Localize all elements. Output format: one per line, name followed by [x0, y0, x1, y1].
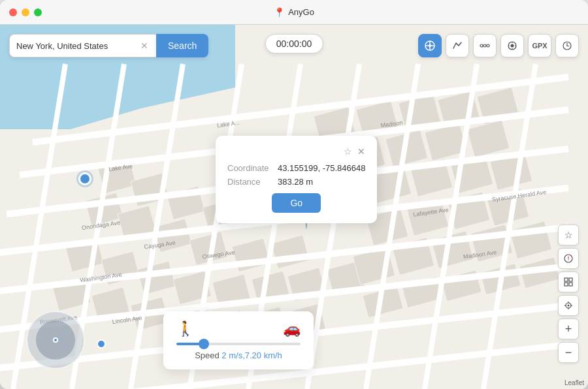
speed-slider-track — [176, 343, 301, 345]
svg-point-88 — [480, 44, 483, 47]
right-locate-button[interactable] — [558, 295, 579, 316]
popup-distance-row: Distance 383.28 m — [227, 177, 365, 187]
attribution-text: Leaflet — [564, 379, 584, 386]
svg-point-87 — [429, 44, 431, 47]
app-window: 📍 AnyGo — [0, 0, 588, 389]
gpx-button[interactable]: gpx — [528, 34, 551, 57]
multi-spot-button[interactable] — [473, 34, 497, 57]
right-compass-button[interactable] — [558, 248, 579, 269]
speed-slider-thumb — [199, 339, 209, 349]
popup-favorite-button[interactable]: ☆ — [344, 146, 352, 157]
popup-distance-label: Distance — [227, 177, 270, 187]
teleport-mode-button[interactable] — [418, 34, 442, 57]
popup-coordinate-value: 43.155199, -75.846648 — [278, 163, 365, 173]
titlebar: 📍 AnyGo — [0, 0, 588, 25]
traffic-lights — [9, 8, 42, 16]
gpx-label: gpx — [532, 42, 547, 50]
info-popup: ☆ ✕ Coordinate 43.155199, -75.846648 Dis… — [216, 136, 377, 223]
map-attribution: Leaflet — [564, 379, 584, 386]
minimize-button[interactable] — [22, 8, 29, 16]
minimap — [26, 311, 85, 369]
svg-rect-105 — [564, 283, 568, 286]
car-icon: 🚗 — [283, 320, 301, 337]
popup-coordinate-label: Coordinate — [227, 163, 270, 173]
right-toolbar: ☆ — [558, 225, 579, 363]
svg-rect-25 — [271, 235, 310, 269]
speed-value: 2 m/s,7.20 km/h — [221, 350, 282, 360]
svg-rect-104 — [569, 278, 572, 281]
joystick-button[interactable] — [500, 34, 524, 57]
popup-distance-value: 383.28 m — [278, 177, 313, 187]
minimap-inner — [36, 320, 75, 360]
svg-point-102 — [564, 255, 572, 262]
timer-value: 00:00:00 — [276, 39, 312, 49]
go-button[interactable]: Go — [272, 193, 321, 213]
speed-panel: 🚶 🚗 Speed 2 m/s,7.20 km/h — [163, 311, 314, 369]
svg-point-94 — [511, 44, 514, 48]
speed-icons: 🚶 🚗 — [176, 320, 301, 337]
search-bar: ✕ Search — [9, 34, 208, 57]
speed-label: Speed 2 m/s,7.20 km/h — [176, 350, 301, 360]
search-input-wrapper: ✕ — [9, 34, 156, 57]
minimap-dot — [53, 337, 58, 343]
walk-icon: 🚶 — [176, 320, 194, 337]
popup-close-button[interactable]: ✕ — [357, 146, 365, 157]
app-title: 📍 AnyGo — [274, 7, 314, 18]
map-container[interactable]: Lake Ave Onondaga Ave Cayuga Ave Oswego … — [0, 25, 588, 389]
svg-rect-9 — [467, 120, 510, 158]
location-dot — [78, 172, 91, 185]
right-favorite-button[interactable]: ☆ — [558, 225, 579, 245]
svg-rect-106 — [569, 283, 572, 286]
popup-header: ☆ ✕ — [227, 146, 365, 157]
history-button[interactable] — [555, 34, 579, 57]
close-button[interactable] — [9, 8, 17, 16]
timer: 00:00:00 — [265, 34, 323, 54]
toolbar: gpx — [418, 34, 579, 57]
search-button[interactable]: Search — [156, 34, 208, 57]
route-mode-button[interactable] — [446, 34, 469, 57]
maximize-button[interactable] — [34, 8, 42, 16]
right-map-mode-button[interactable] — [558, 272, 579, 292]
popup-coordinate-row: Coordinate 43.155199, -75.846648 — [227, 163, 365, 173]
clear-input-button[interactable]: ✕ — [139, 40, 150, 51]
svg-point-108 — [568, 305, 570, 307]
svg-point-90 — [487, 44, 489, 47]
location-dot-secondary — [97, 339, 106, 349]
title-text: AnyGo — [288, 7, 314, 17]
search-input[interactable] — [16, 41, 139, 51]
title-pin-icon: 📍 — [274, 7, 285, 18]
svg-rect-103 — [564, 278, 568, 281]
zoom-in-button[interactable]: + — [558, 319, 579, 339]
speed-label-text: Speed — [195, 350, 220, 360]
zoom-out-button[interactable]: − — [558, 342, 579, 363]
svg-point-89 — [483, 44, 486, 47]
